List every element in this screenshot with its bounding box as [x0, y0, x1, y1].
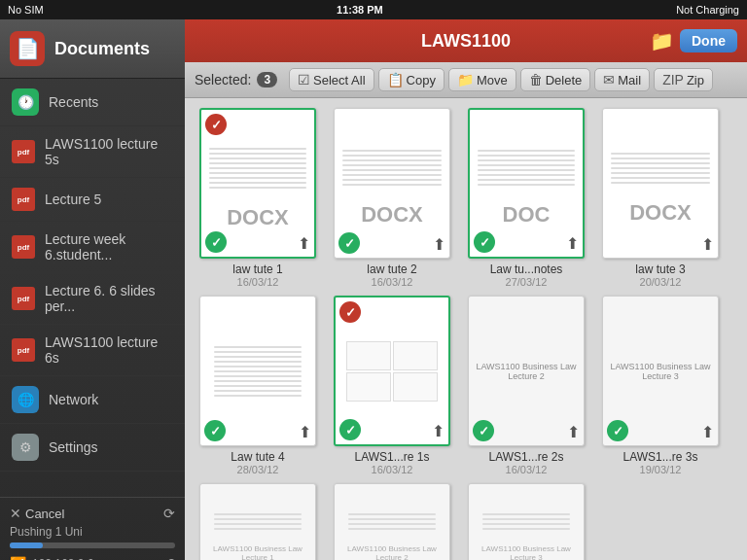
share-icon[interactable]: ⬆: [701, 423, 714, 441]
select-all-icon: ☑: [298, 72, 310, 88]
select-all-button[interactable]: ☑ Select All: [289, 68, 374, 91]
move-label: Move: [477, 73, 508, 88]
file-item[interactable]: ✓ ⬆ Law tute 4 28/03/12: [195, 296, 321, 475]
file-grid: DOCX ✓ ✓ ⬆ law tute 1 16/03/12 DOCX: [185, 98, 747, 560]
sidebar-item-label: LAWS1100 lecture 5s: [45, 136, 173, 167]
copy-label: Copy: [407, 73, 436, 88]
zip-button[interactable]: ZIP Zip: [654, 68, 713, 91]
sidebar-item-settings[interactable]: ⚙ Settings: [0, 424, 185, 472]
delete-button[interactable]: 🗑 Delete: [520, 68, 591, 91]
file-date: 20/03/12: [640, 276, 682, 288]
selected-label: Selected:: [195, 72, 251, 88]
file-date: 19/03/12: [640, 464, 682, 475]
file-item[interactable]: DOC ✓ ⬆ Law tu...notes 27/03/12: [463, 108, 589, 288]
file-item[interactable]: DOCX ✓ ✓ ⬆ law tute 1 16/03/12: [195, 108, 321, 288]
main-content: LAWS1100 📁 Done Selected: 3 ☑ Select All…: [185, 19, 747, 560]
battery-label: Not Charging: [676, 4, 739, 16]
file-name: LAWS1...re 2s: [489, 450, 564, 464]
sidebar-item-lecture5[interactable]: pdf Lecture 5: [0, 178, 185, 222]
file-item[interactable]: DOCX ⬆ law tute 3 20/03/12: [597, 108, 724, 288]
file-name: Law tu...notes: [490, 262, 563, 276]
sidebar-item-lectureweek6[interactable]: pdf Lecture week 6.student...: [0, 222, 185, 273]
file-item[interactable]: ✓ ✓ ⬆ LAWS1...re 1s 16/03/12: [329, 296, 455, 475]
file-item[interactable]: LAWS1100 Business LawLecture 3: [463, 483, 589, 560]
share-icon[interactable]: ⬆: [299, 423, 311, 441]
file-date: 16/03/12: [237, 276, 279, 288]
time-label: 11:38 PM: [337, 4, 383, 16]
mail-label: Mail: [618, 73, 641, 88]
file-item[interactable]: LAWS1100 Business LawLecture 2: [329, 483, 455, 560]
sidebar-header-label: Documents: [54, 39, 150, 59]
progress-bar-fill: [10, 542, 43, 548]
file-item[interactable]: DOCX ✓ ⬆ law tute 2 16/03/12: [329, 108, 455, 288]
file-name: LAWS1...re 1s: [355, 450, 430, 464]
pdf-icon: pdf: [12, 140, 35, 163]
delete-icon: 🗑: [529, 72, 543, 88]
sidebar-item-recents[interactable]: 🕐 Recents: [0, 79, 185, 126]
check-badge: ✓: [338, 232, 360, 254]
file-date: 16/03/12: [372, 276, 413, 288]
file-item[interactable]: LAWS1100 Business LawLecture 2 ✓ ⬆ LAWS1…: [463, 296, 589, 475]
pdf-icon: pdf: [12, 338, 35, 362]
file-date: 28/03/12: [237, 464, 279, 475]
network-icon: 🌐: [12, 386, 39, 413]
cancel-x-icon: ✕: [10, 506, 21, 521]
sidebar-item-label: Settings: [49, 439, 98, 455]
titlebar: LAWS1100 📁 Done: [185, 19, 747, 62]
file-type: DOC: [503, 202, 551, 228]
file-date: 27/03/12: [506, 276, 548, 288]
share-icon[interactable]: ⬆: [701, 235, 714, 254]
copy-button[interactable]: 📋 Copy: [378, 68, 445, 91]
sidebar-item-laws1100-5s[interactable]: pdf LAWS1100 lecture 5s: [0, 126, 185, 178]
file-item[interactable]: LAWS1100 Business LawLecture 1: [195, 483, 321, 560]
sidebar-item-label: Lecture week 6.student...: [45, 231, 173, 262]
done-button[interactable]: Done: [680, 29, 737, 52]
spinner-icon: ⟳: [163, 506, 175, 521]
cancel-button[interactable]: ✕ Cancel: [10, 506, 64, 521]
help-icon[interactable]: ?: [167, 556, 175, 560]
file-name: LAWS1...re 3s: [623, 450, 698, 464]
share-icon[interactable]: ⬆: [298, 234, 310, 253]
file-date: 16/03/12: [372, 464, 413, 475]
pdf-icon: pdf: [12, 287, 35, 310]
share-icon[interactable]: ⬆: [566, 234, 579, 253]
documents-icon: 📄: [10, 31, 45, 66]
mail-button[interactable]: ✉ Mail: [594, 68, 650, 91]
cancel-label: Cancel: [25, 507, 64, 521]
sidebar-header[interactable]: 📄 Documents: [0, 19, 185, 79]
selected-count: 3: [257, 72, 277, 88]
sidebar-item-label: Lecture 5: [45, 192, 101, 207]
sidebar-item-lecture6slides[interactable]: pdf Lecture 6. 6 slides per...: [0, 273, 185, 325]
sidebar-item-network[interactable]: 🌐 Network: [0, 376, 185, 424]
share-icon[interactable]: ⬆: [567, 423, 580, 441]
sidebar-item-label: Lecture 6. 6 slides per...: [45, 283, 173, 314]
settings-icon: ⚙: [12, 434, 39, 461]
file-name: Law tute 4: [231, 450, 284, 464]
file-item[interactable]: LAWS1100 Business LawLecture 3 ✓ ⬆ LAWS1…: [597, 296, 724, 475]
check-badge: ✓: [607, 420, 628, 441]
share-icon[interactable]: ⬆: [433, 235, 445, 254]
share-icon[interactable]: ⬆: [432, 422, 445, 440]
toolbar: Selected: 3 ☑ Select All 📋 Copy 📁 Move 🗑…: [185, 62, 747, 98]
file-type: DOCX: [227, 205, 289, 230]
check-badge: ✓: [474, 231, 495, 253]
sidebar-item-label: Recents: [49, 94, 98, 110]
selected-dot: ✓: [339, 301, 361, 323]
check-badge: ✓: [205, 231, 227, 253]
zip-label: Zip: [687, 73, 704, 88]
app-title: LAWS1100: [421, 31, 511, 52]
file-name: law tute 1: [232, 262, 282, 276]
check-badge: ✓: [473, 420, 494, 441]
move-button[interactable]: 📁 Move: [448, 68, 516, 91]
mail-icon: ✉: [603, 72, 615, 88]
progress-bar: [10, 542, 175, 548]
sidebar-item-label: LAWS1100 lecture 6s: [45, 334, 173, 366]
folder-icon[interactable]: 📁: [650, 29, 674, 52]
file-date: 16/03/12: [506, 464, 548, 475]
check-badge: ✓: [339, 419, 361, 440]
pdf-icon: pdf: [12, 235, 35, 259]
delete-label: Delete: [546, 73, 583, 88]
recents-icon: 🕐: [12, 88, 39, 116]
sidebar-item-laws1100-6s[interactable]: pdf LAWS1100 lecture 6s: [0, 325, 185, 376]
sidebar: 📄 Documents 🕐 Recents pdf LAWS1100 lectu…: [0, 19, 185, 560]
